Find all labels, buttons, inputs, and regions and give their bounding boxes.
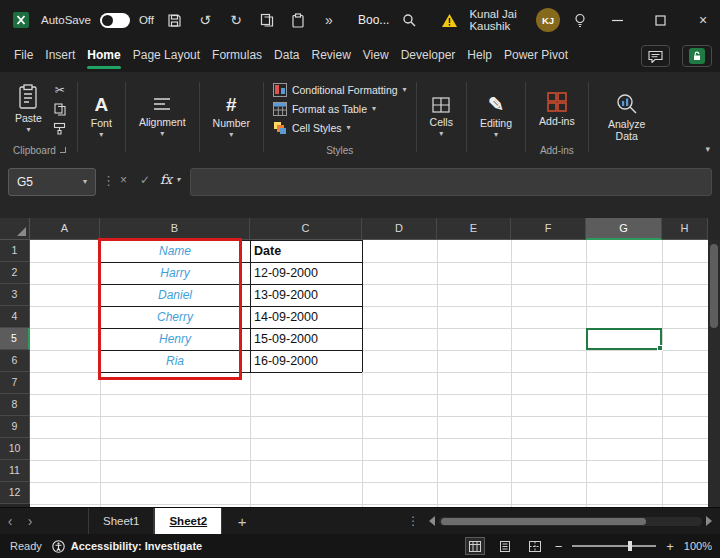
addins-button[interactable]: Add-ins (535, 76, 579, 142)
analyze-data-button[interactable]: Analyze Data (598, 76, 656, 158)
vertical-scrollbar-thumb[interactable] (710, 244, 718, 328)
tab-sheet2[interactable]: Sheet2 (154, 508, 222, 534)
cell-c2[interactable]: 12-09-2000 (250, 262, 362, 284)
redo-icon[interactable]: ↻ (225, 9, 247, 31)
column-header-a[interactable]: A (30, 218, 100, 240)
cell-styles-button[interactable]: Cell Styles ▾ (273, 121, 351, 135)
format-as-table-button[interactable]: Format as Table ▾ (273, 102, 376, 116)
horizontal-scrollbar[interactable] (429, 515, 712, 527)
sheet-nav-left-icon[interactable]: ‹ (0, 508, 20, 534)
tab-insert[interactable]: Insert (45, 40, 75, 72)
tab-file[interactable]: File (14, 40, 33, 72)
column-header-b[interactable]: B (100, 218, 250, 240)
zoom-out-button[interactable]: − (555, 539, 563, 554)
sheet-nav-right-icon[interactable]: › (20, 508, 40, 534)
copy-icon[interactable] (256, 9, 278, 31)
cells-button[interactable]: Cells ▾ (426, 76, 457, 158)
selected-cell-g5[interactable] (586, 328, 662, 350)
tab-home[interactable]: Home (87, 40, 120, 72)
zoom-in-button[interactable]: + (666, 539, 674, 554)
row-header-7[interactable]: 7 (0, 372, 30, 394)
cell-c4[interactable]: 14-09-2000 (250, 306, 362, 328)
tab-review[interactable]: Review (311, 40, 350, 72)
save-icon[interactable] (163, 9, 185, 31)
row-header-12[interactable]: 12 (0, 482, 30, 504)
horizontal-scrollbar-track[interactable] (439, 517, 702, 526)
name-box[interactable]: G5 ▾ (8, 168, 96, 196)
share-button[interactable] (682, 45, 712, 67)
horizontal-scrollbar-thumb[interactable] (441, 518, 646, 525)
alignment-button[interactable]: Alignment ▾ (135, 76, 190, 158)
cell-c5[interactable]: 15-09-2000 (250, 328, 362, 350)
cut-icon[interactable]: ✂ (52, 83, 68, 97)
page-break-view-button[interactable] (525, 537, 545, 555)
row-header-10[interactable]: 10 (0, 438, 30, 460)
more-commands-icon[interactable]: » (318, 9, 340, 31)
tab-view[interactable]: View (363, 40, 389, 72)
lightbulb-icon[interactable] (569, 9, 591, 31)
document-title[interactable]: Boo... (358, 13, 389, 27)
column-header-c[interactable]: C (250, 218, 362, 240)
row-header-2[interactable]: 2 (0, 262, 30, 284)
column-header-e[interactable]: E (437, 218, 511, 240)
tab-power-pivot[interactable]: Power Pivot (504, 40, 568, 72)
autosave-toggle[interactable] (100, 13, 130, 28)
row-header-5[interactable]: 5 (0, 328, 30, 350)
scroll-left-icon[interactable] (429, 516, 435, 526)
zoom-level[interactable]: 100% (684, 540, 712, 552)
row-header-3[interactable]: 3 (0, 284, 30, 306)
format-painter-icon[interactable] (52, 121, 68, 135)
enter-check-icon[interactable]: ✓ (140, 173, 150, 187)
font-button[interactable]: A Font ▾ (87, 76, 116, 158)
column-header-h[interactable]: H (662, 218, 708, 240)
cell-c6[interactable]: 16-09-2000 (250, 350, 362, 372)
avatar[interactable]: KJ (536, 8, 560, 32)
tab-developer[interactable]: Developer (401, 40, 456, 72)
paste-button[interactable]: Paste ▾ (11, 76, 46, 142)
copy-icon[interactable] (52, 102, 68, 116)
clipboard-dialog-launcher-icon[interactable] (60, 147, 66, 153)
row-header-4[interactable]: 4 (0, 306, 30, 328)
search-icon[interactable] (398, 9, 420, 31)
tab-help[interactable]: Help (467, 40, 492, 72)
maximize-button[interactable] (643, 0, 677, 40)
zoom-slider-thumb[interactable] (628, 541, 632, 551)
column-header-f[interactable]: F (511, 218, 586, 240)
minimize-button[interactable] (600, 0, 634, 40)
column-header-g[interactable]: G (586, 218, 662, 240)
tab-page-layout[interactable]: Page Layout (133, 40, 200, 72)
fill-handle[interactable] (657, 345, 663, 351)
row-header-9[interactable]: 9 (0, 416, 30, 438)
accessibility-status[interactable]: Accessibility: Investigate (52, 540, 202, 553)
number-button[interactable]: # Number ▾ (209, 76, 254, 158)
row-header-6[interactable]: 6 (0, 350, 30, 372)
sheet-tab-options-icon[interactable]: ⋮ (407, 508, 419, 534)
cell-c1[interactable]: Date (250, 240, 362, 262)
clipboard-icon[interactable] (287, 9, 309, 31)
close-button[interactable]: × (686, 0, 720, 40)
formula-input[interactable] (190, 168, 712, 196)
tab-sheet1[interactable]: Sheet1 (88, 508, 154, 534)
vertical-scrollbar[interactable] (708, 240, 720, 507)
new-sheet-button[interactable]: + (222, 508, 262, 534)
scroll-right-icon[interactable] (706, 516, 712, 526)
row-header-11[interactable]: 11 (0, 460, 30, 482)
undo-icon[interactable]: ↺ (194, 9, 216, 31)
select-all-corner[interactable] (0, 218, 30, 240)
tab-formulas[interactable]: Formulas (212, 40, 262, 72)
insert-function-button[interactable]: fx ▾ (160, 172, 180, 187)
page-layout-view-button[interactable] (495, 537, 515, 555)
tab-data[interactable]: Data (274, 40, 299, 72)
normal-view-button[interactable] (465, 537, 485, 555)
comments-button[interactable] (641, 45, 670, 67)
paste-dropdown-caret[interactable]: ▾ (26, 126, 30, 134)
zoom-slider[interactable] (572, 545, 656, 547)
warning-icon[interactable] (438, 9, 460, 31)
collapse-ribbon-icon[interactable]: ▾ (705, 144, 710, 154)
user-name[interactable]: Kunal Jai Kaushik (469, 8, 527, 32)
column-header-d[interactable]: D (362, 218, 437, 240)
conditional-formatting-button[interactable]: Conditional Formatting ▾ (273, 83, 407, 97)
cancel-icon[interactable]: × (120, 173, 127, 187)
row-header-8[interactable]: 8 (0, 394, 30, 416)
editing-button[interactable]: ✎ Editing ▾ (476, 76, 516, 158)
